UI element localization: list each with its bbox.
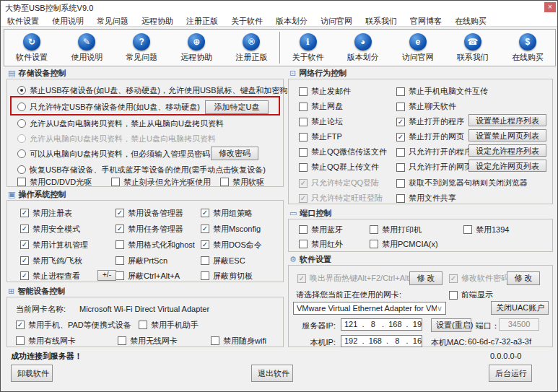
change-password-button[interactable]: 修改密码 bbox=[211, 147, 258, 160]
checkbox-disable-portable-wifi[interactable]: 禁用随身wifi bbox=[211, 336, 266, 347]
checkbox-block-chat[interactable]: 禁止聊天软件 bbox=[396, 101, 456, 112]
checkbox-block-forum[interactable]: 禁止论坛 bbox=[299, 116, 396, 127]
checkbox-disable-floppy[interactable]: 禁用软驱 bbox=[220, 177, 264, 188]
checkbox-hotkey[interactable]: 唤出界面热键Alt+F2/Ctrl+Alt+2 bbox=[297, 273, 418, 284]
menu-faq[interactable]: 常见问题 bbox=[90, 14, 135, 26]
set-restart-button[interactable]: 设置(重启) bbox=[431, 318, 471, 332]
local-ip-field[interactable]: 192 . 168 . 8 . 165 bbox=[341, 335, 422, 347]
checkbox-block-ftp[interactable]: 禁止FTP bbox=[299, 131, 396, 142]
checkbox-disable-feige-feiqiu[interactable]: 禁用飞鸽/飞秋 bbox=[20, 256, 115, 266]
menu-usage-guide[interactable]: 使用说明 bbox=[45, 14, 90, 26]
menu-versions[interactable]: 版本划分 bbox=[269, 14, 314, 26]
menu-software-settings[interactable]: 软件设置 bbox=[1, 14, 45, 26]
tool-website[interactable]: e访问官网 bbox=[391, 30, 445, 66]
mac-value: 60-6d-c7-32-a3-3f bbox=[468, 337, 531, 346]
checkbox-allow-specific-qq[interactable]: 只允许特定QQ登陆 bbox=[299, 178, 396, 188]
checkbox-block-netdisk[interactable]: 禁止网盘 bbox=[299, 101, 396, 112]
checkbox-block-clipboard[interactable]: 屏蔽剪切板 bbox=[201, 271, 253, 282]
checkbox-icon bbox=[139, 321, 147, 329]
tool-faq[interactable]: ?常见问题 bbox=[114, 30, 169, 66]
checkbox-block-qq-group-upload[interactable]: 禁止QQ群上传文件 bbox=[299, 162, 396, 173]
menu-website[interactable]: 访问官网 bbox=[314, 14, 359, 26]
menu-register[interactable]: 注册正版 bbox=[180, 14, 224, 26]
radio-copy-with-password[interactable]: 可以从电脑向U盘拷贝资料，但必须输入管理员密码 bbox=[17, 149, 210, 160]
checkbox-disable-pcmcia[interactable]: 禁用PCMCIA(x) bbox=[370, 239, 438, 250]
checkbox-close-browser-no-handle[interactable]: 获取不到浏览器句柄则关闭浏览器 bbox=[396, 178, 528, 188]
checkbox-disable-phone-pad[interactable]: 禁用手机、PAD等便携式设备 bbox=[16, 320, 139, 331]
tool-remote-assist[interactable]: ⊕远程协助 bbox=[169, 30, 224, 66]
modify-password-button[interactable]: 修 改 bbox=[507, 271, 540, 285]
exit-button[interactable]: 退出软件 bbox=[251, 365, 293, 382]
checkbox-change-password[interactable]: 修改软件密码 bbox=[449, 273, 509, 284]
checkbox-front-display[interactable]: 前端显示 bbox=[449, 289, 493, 300]
checkbox-disable-file-sharing[interactable]: 禁用文件共享 bbox=[396, 193, 456, 204]
checkbox-disable-format-ghost[interactable]: 禁用格式化和ghost bbox=[115, 240, 201, 251]
menu-contact[interactable]: 联系我们 bbox=[359, 14, 404, 26]
tool-usage-guide[interactable]: ✎使用说明 bbox=[59, 30, 114, 66]
checkbox-block-ctrl-alt-a[interactable]: 屏蔽Ctrl+Alt+A bbox=[115, 271, 201, 282]
checkbox-disable-bluetooth[interactable]: 禁用蓝牙 bbox=[299, 225, 370, 235]
checkbox-block-esc[interactable]: 屏蔽ESC bbox=[201, 256, 245, 266]
set-allowed-webpages-button[interactable]: 设定允许网页列表 bbox=[468, 160, 546, 172]
set-allowed-programs-button[interactable]: 设定允许程序列表 bbox=[468, 144, 546, 157]
radio-usb-to-pc-only[interactable]: 允许从U盘向电脑拷贝资料，禁止从电脑向U盘拷贝资料 bbox=[17, 118, 224, 129]
checkbox-block-opened-programs[interactable]: 禁止打开的程序 bbox=[396, 116, 464, 127]
checkbox-block-opened-webpages[interactable]: 禁止打开的网页 bbox=[396, 131, 464, 142]
checkbox-icon bbox=[396, 194, 405, 203]
port-label: 端口： bbox=[476, 321, 500, 331]
menu-about[interactable]: 关于软件 bbox=[224, 14, 269, 26]
checkbox-block-burning[interactable]: 禁止刻录但允许光驱使用 bbox=[111, 177, 220, 188]
port-field[interactable]: 34500 bbox=[499, 318, 539, 331]
checkbox-icon bbox=[115, 240, 124, 249]
menu-remote-assist[interactable]: 远程协助 bbox=[135, 14, 180, 26]
tool-contact[interactable]: ☎联系我们 bbox=[445, 30, 500, 66]
radio-allow-specific-usb[interactable]: 只允许特定USB存储设备使用(如U盘、移动硬盘) bbox=[17, 102, 200, 113]
checkbox-allow-only-webpages[interactable]: 只允许打开的网页 bbox=[396, 162, 472, 173]
set-blocked-webpages-button[interactable]: 设置禁止网页列表 bbox=[468, 129, 546, 141]
close-icon[interactable]: × bbox=[544, 2, 556, 12]
tool-about[interactable]: ℹ关于软件 bbox=[281, 30, 336, 66]
tool-buy[interactable]: $在线购买 bbox=[500, 30, 555, 66]
checkbox-disable-msconfig[interactable]: 禁用Msconfig bbox=[201, 224, 261, 235]
plus-minus-button[interactable]: +/- bbox=[97, 270, 116, 281]
menu-blog[interactable]: 官网博客 bbox=[404, 14, 448, 26]
checkbox-disable-device-manager[interactable]: 禁用设备管理器 bbox=[115, 208, 201, 219]
checkbox-disable-printer[interactable]: 禁用打印机 bbox=[370, 225, 463, 235]
tool-versions[interactable]: ◕版本划分 bbox=[336, 30, 391, 66]
checkbox-disable-task-manager[interactable]: 禁用任务管理器 bbox=[115, 224, 201, 235]
checkbox-icon bbox=[370, 240, 378, 248]
checkbox-disable-dos[interactable]: 禁用DOS命令 bbox=[201, 240, 262, 251]
checkbox-disable-wired-nic[interactable]: 禁用有线网卡 bbox=[16, 336, 118, 347]
nic-select[interactable]: VMware Virtual Ethernet Adapter for VMne… bbox=[293, 302, 446, 315]
modify-hotkey-button[interactable]: 修 改 bbox=[409, 271, 443, 285]
checkbox-disable-infrared[interactable]: 禁用红外 bbox=[299, 239, 370, 250]
radio-block-usb-storage[interactable]: 禁止USB存储设备(如U盘、移动硬盘)，允许使用USB鼠标、键盘和加密狗 bbox=[17, 85, 288, 96]
checkbox-disable-group-policy[interactable]: 禁用组策略 bbox=[201, 208, 253, 219]
radio-restore-devices[interactable]: 恢复USB存储设备、手机或蓝牙等设备的使用(需手动点击恢复设备) bbox=[17, 165, 266, 175]
menu-buy[interactable]: 在线购买 bbox=[448, 14, 493, 26]
checkbox-icon bbox=[299, 194, 308, 203]
close-uac-button[interactable]: 关闭UAC账户 bbox=[491, 301, 549, 315]
uninstall-button[interactable]: 卸载软件 bbox=[11, 365, 53, 382]
server-ip-field[interactable]: 121 . 8 . 168 . 192 bbox=[341, 318, 422, 331]
background-run-button[interactable]: 后台运行 bbox=[489, 365, 532, 382]
tool-register[interactable]: ®注册正版 bbox=[224, 30, 279, 66]
checkbox-disable-registry[interactable]: 禁用注册表 bbox=[20, 208, 115, 219]
add-specific-usb-button[interactable]: 添加特定U盘 bbox=[205, 100, 269, 114]
radio-pc-to-usb-only[interactable]: 允许从电脑向U盘拷贝资料，禁止U盘向电脑拷贝资料 bbox=[17, 134, 216, 144]
checkbox-disable-cd-dvd[interactable]: 禁用CD/DVD光驱 bbox=[17, 177, 111, 188]
tool-software-settings[interactable]: ↻软件设置 bbox=[4, 30, 59, 66]
checkbox-block-prtscn[interactable]: 屏蔽PrtScn bbox=[115, 256, 201, 266]
checkbox-icon bbox=[449, 274, 458, 283]
set-blocked-programs-button[interactable]: 设置禁止程序列表 bbox=[468, 114, 546, 126]
checkbox-block-phone-pc-transfer[interactable]: 禁止手机电脑文件互传 bbox=[396, 86, 488, 97]
checkbox-block-email[interactable]: 禁止发邮件 bbox=[299, 86, 396, 97]
checkbox-disable-computer-mgmt[interactable]: 禁用计算机管理 bbox=[20, 240, 115, 251]
checkbox-allow-only-programs[interactable]: 只允许打开的程序 bbox=[396, 147, 472, 157]
checkbox-disable-safe-mode[interactable]: 禁用安全模式 bbox=[20, 224, 115, 235]
checkbox-disable-wireless-nic[interactable]: 禁用无线网卡 bbox=[118, 336, 211, 347]
checkbox-allow-specific-wangwang[interactable]: 只允许特定旺旺登陆 bbox=[299, 193, 396, 204]
checkbox-disable-1394[interactable]: 禁用1394 bbox=[463, 225, 509, 235]
checkbox-block-qq-wechat-file[interactable]: 禁止QQ微信传送文件 bbox=[299, 147, 396, 157]
checkbox-disable-phone-assistant[interactable]: 禁用手机助手 bbox=[139, 320, 199, 331]
